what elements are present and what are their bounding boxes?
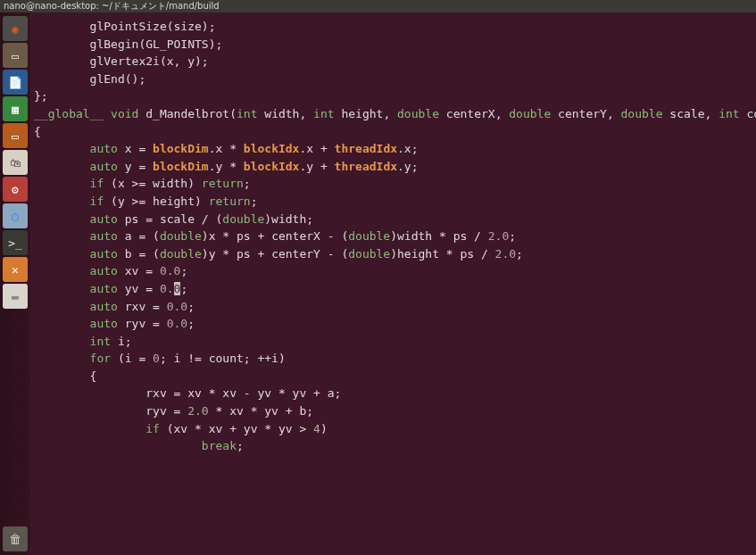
code-line: auto ryv = 0.0;	[30, 315, 756, 333]
code-line: if (y >= height) return;	[30, 193, 756, 211]
launcher-impress-icon[interactable]: ▭	[3, 123, 28, 148]
code-line: rxv = xv * xv - yv * yv + a;	[30, 385, 756, 402]
code-line: break;	[30, 437, 756, 455]
code-line: glPointSize(size);	[30, 18, 756, 36]
code-line: auto yv = 0.0;	[30, 280, 756, 298]
launcher-trash-icon[interactable]: 🗑	[3, 526, 28, 551]
code-editor-viewport[interactable]: glPointSize(size); glBegin(GL_POINTS); g…	[30, 12, 756, 555]
code-line: {	[30, 123, 756, 141]
code-line: for (i = 0; i != count; ++i)	[30, 350, 756, 368]
code-line: glBegin(GL_POINTS);	[30, 36, 756, 54]
launcher-ubuntu-dash-icon[interactable]: ◉	[3, 16, 28, 41]
launcher-drive-icon[interactable]: ▬	[3, 284, 28, 309]
code-line: if (xv * xv + yv * yv > 4)	[30, 420, 756, 438]
launcher-writer-icon[interactable]: 📄	[3, 70, 28, 95]
code-line: glEnd();	[30, 70, 756, 88]
code-line: auto rxv = 0.0;	[30, 298, 756, 316]
launcher-chromium-icon[interactable]: ◯	[3, 203, 28, 228]
code-line: };	[30, 87, 756, 105]
code-line: auto y = blockDim.y * blockIdx.y + threa…	[30, 158, 756, 176]
launcher-terminal-icon[interactable]: >_	[3, 230, 28, 255]
launcher-calc-icon[interactable]: ▦	[3, 96, 28, 121]
code-line: auto xv = 0.0;	[30, 262, 756, 280]
code-line: auto a = (double)x * ps + centerX - (dou…	[30, 228, 756, 245]
window-titlebar: nano@nano-desktop: ~/ドキュメント/mand/build	[0, 0, 756, 12]
launcher-app-x-icon[interactable]: ✕	[3, 257, 28, 282]
code-line: auto x = blockDim.x * blockIdx.x + threa…	[30, 140, 756, 158]
code-line: glVertex2i(x, y);	[30, 53, 756, 70]
code-line: auto ps = scale / (double)width;	[30, 211, 756, 228]
code-line: auto b = (double)y * ps + centerY - (dou…	[30, 245, 756, 263]
code-line: int i;	[30, 333, 756, 351]
code-line: __global__ void d_Mandelbrot(int width, …	[30, 105, 756, 123]
code-line: {	[30, 368, 756, 385]
launcher-file-manager-icon[interactable]: ▭	[3, 43, 28, 68]
launcher-settings-icon[interactable]: ⚙	[3, 177, 28, 202]
unity-launcher: ◉ ▭ 📄 ▦ ▭ 🛍 ⚙ ◯ >_ ✕ ▬ 🗑	[0, 12, 30, 555]
code-line: ryv = 2.0 * xv * yv + b;	[30, 402, 756, 420]
code-line: if (x >= width) return;	[30, 175, 756, 193]
launcher-software-icon[interactable]: 🛍	[3, 150, 28, 175]
titlebar-text: nano@nano-desktop: ~/ドキュメント/mand/build	[4, 1, 220, 11]
